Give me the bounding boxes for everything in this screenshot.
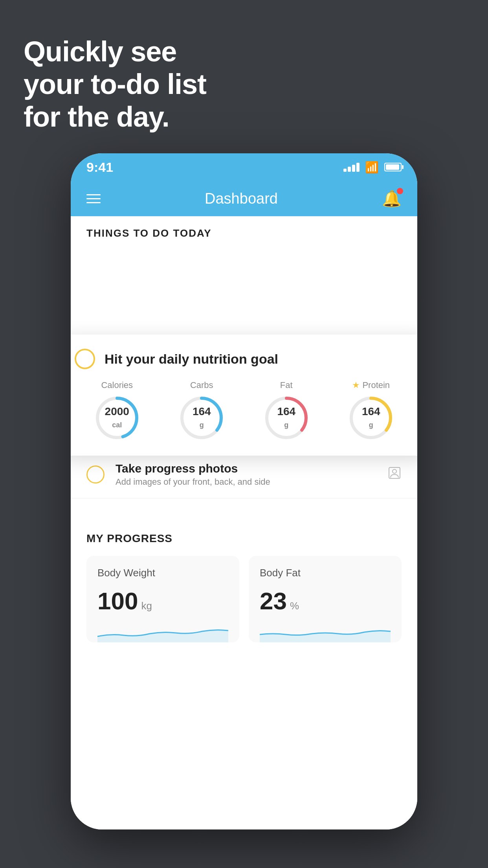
section-header: THINGS TO DO TODAY (71, 216, 417, 246)
nutrition-calories: Calories 2000cal (94, 380, 141, 441)
photos-check-circle (86, 465, 105, 484)
progress-title: MY PROGRESS (86, 532, 402, 545)
body-fat-value-wrapper: 23 % (260, 587, 391, 615)
star-icon: ★ (352, 380, 360, 390)
carbs-ring: 164g (178, 394, 225, 441)
things-to-do-title: THINGS TO DO TODAY (86, 227, 402, 239)
fat-label: Fat (280, 380, 293, 390)
protein-label-wrapper: ★ Protein (352, 380, 390, 390)
body-weight-card-title: Body Weight (97, 567, 228, 579)
status-icons: 📶 (343, 161, 402, 174)
status-time: 9:41 (86, 160, 113, 175)
fat-value: 164g (277, 406, 295, 430)
progress-section: MY PROGRESS Body Weight 100 kg (71, 518, 417, 657)
nutrition-check-circle[interactable] (75, 349, 95, 369)
notification-dot (397, 188, 403, 194)
phone-mockup: 9:41 📶 Dashboard 🔔 (71, 153, 417, 829)
status-bar: 9:41 📶 (71, 153, 417, 181)
carbs-label: Carbs (190, 380, 213, 390)
body-weight-unit: kg (141, 600, 152, 612)
body-fat-unit: % (290, 600, 299, 612)
body-fat-number: 23 (260, 587, 287, 615)
body-fat-card: Body Fat 23 % (249, 556, 402, 642)
app-header: Dashboard 🔔 (71, 181, 417, 216)
photos-subtitle: Add images of your front, back, and side (116, 477, 376, 487)
battery-icon (384, 163, 402, 171)
calories-value: 2000cal (105, 406, 129, 430)
body-weight-card: Body Weight 100 kg (86, 556, 239, 642)
person-icon (387, 466, 402, 483)
body-weight-number: 100 (97, 587, 138, 615)
nutrition-card-title: Hit your daily nutrition goal (105, 351, 278, 367)
photos-text: Take progress photos Add images of your … (116, 462, 376, 487)
body-fat-card-title: Body Fat (260, 567, 391, 579)
list-item-photos[interactable]: Take progress photos Add images of your … (71, 451, 417, 498)
fat-ring: 164g (263, 394, 310, 441)
notification-bell[interactable]: 🔔 (382, 189, 402, 208)
calories-ring: 2000cal (94, 394, 141, 441)
card-top: Hit your daily nutrition goal (75, 349, 413, 369)
nutrition-circles: Calories 2000cal Carbs (75, 380, 413, 441)
body-weight-value-wrapper: 100 kg (97, 587, 228, 615)
wifi-icon: 📶 (365, 161, 379, 174)
calories-label: Calories (101, 380, 133, 390)
headline: Quickly see your to-do list for the day. (24, 35, 206, 133)
nutrition-protein: ★ Protein 164g (347, 380, 394, 441)
svg-point-12 (393, 469, 396, 473)
protein-label: Protein (362, 380, 390, 390)
nutrition-card: Hit your daily nutrition goal Calories 2… (71, 335, 417, 456)
nutrition-carbs: Carbs 164g (178, 380, 225, 441)
progress-cards: Body Weight 100 kg Body Fat (86, 556, 402, 642)
signal-bars-icon (343, 163, 360, 172)
nutrition-fat: Fat 164g (263, 380, 310, 441)
header-title: Dashboard (205, 190, 278, 207)
body-weight-chart (97, 623, 228, 642)
carbs-value: 164g (193, 406, 211, 430)
body-fat-chart (260, 623, 391, 642)
photos-title: Take progress photos (116, 462, 376, 475)
menu-icon[interactable] (86, 194, 101, 203)
protein-value: 164g (362, 406, 380, 430)
protein-ring: 164g (347, 394, 394, 441)
phone-body: THINGS TO DO TODAY Hit your daily nutrit… (71, 216, 417, 829)
